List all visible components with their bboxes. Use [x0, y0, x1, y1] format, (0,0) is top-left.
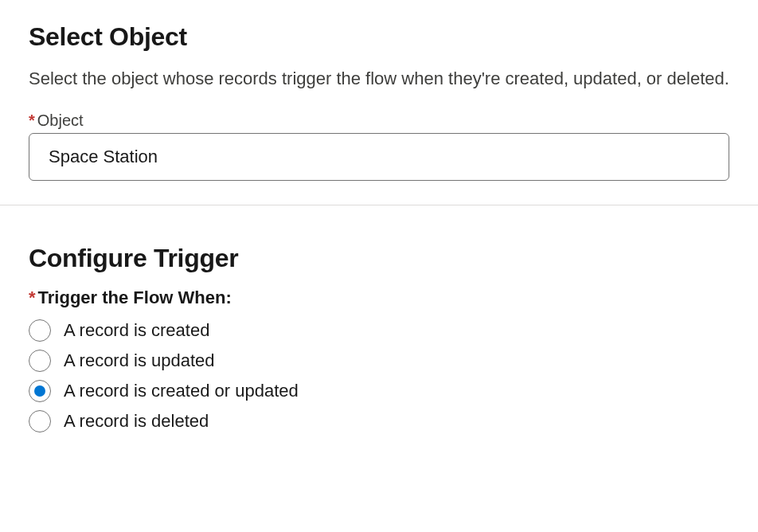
radio-option-deleted[interactable]: A record is deleted — [29, 410, 729, 432]
select-object-section: Select Object Select the object whose re… — [0, 0, 758, 205]
radio-label: A record is created or updated — [64, 381, 299, 401]
radio-label: A record is deleted — [64, 411, 209, 432]
select-object-description: Select the object whose records trigger … — [29, 66, 729, 91]
radio-icon — [29, 319, 51, 342]
object-label-text: Object — [37, 111, 84, 129]
select-object-heading: Select Object — [29, 22, 729, 52]
radio-icon-selected — [29, 380, 51, 402]
trigger-legend-text: Trigger the Flow When: — [38, 288, 232, 307]
object-input[interactable] — [29, 133, 729, 181]
trigger-legend: *Trigger the Flow When: — [29, 288, 729, 308]
radio-option-created-or-updated[interactable]: A record is created or updated — [29, 380, 729, 402]
required-asterisk: * — [29, 111, 35, 129]
radio-label: A record is created — [64, 320, 209, 341]
radio-label: A record is updated — [64, 350, 215, 371]
radio-dot — [34, 385, 45, 397]
required-asterisk: * — [29, 288, 36, 307]
configure-trigger-heading: Configure Trigger — [29, 244, 729, 273]
object-field-label: *Object — [29, 111, 729, 130]
radio-option-created[interactable]: A record is created — [29, 319, 729, 342]
radio-option-updated[interactable]: A record is updated — [29, 350, 729, 372]
configure-trigger-section: Configure Trigger *Trigger the Flow When… — [0, 205, 758, 463]
radio-icon — [29, 350, 51, 372]
radio-icon — [29, 410, 51, 432]
